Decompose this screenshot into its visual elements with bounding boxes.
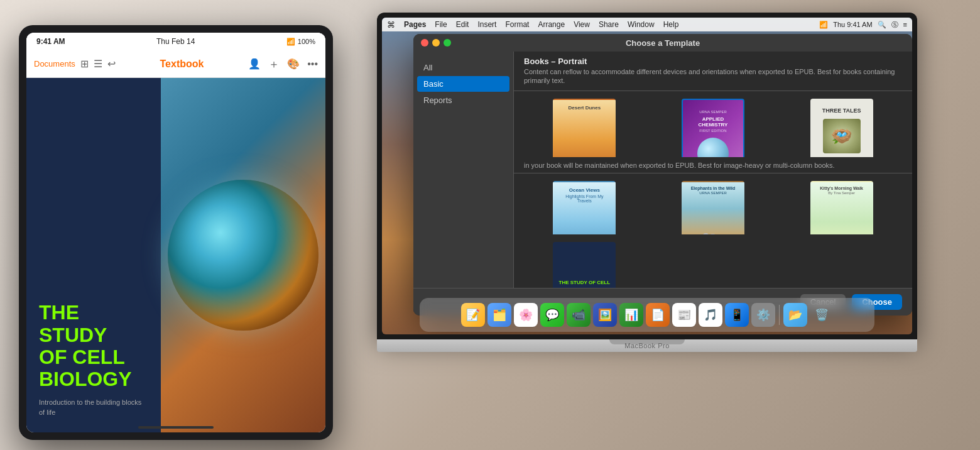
- wifi-icon: 📶: [819, 21, 828, 29]
- search-icon[interactable]: 🔍: [878, 21, 886, 29]
- template-thumb-ocean: Ocean Views Highlights From My Travels: [553, 181, 616, 234]
- template-thumb-story: Kitty's Morning Walk By Tina Semper 🌲: [810, 181, 873, 234]
- desert-title: Desert Dunes: [554, 105, 614, 111]
- ipad-page-title-line4: BIOLOGY: [39, 368, 148, 390]
- menubar-edit[interactable]: Edit: [456, 20, 469, 29]
- close-button[interactable]: [421, 39, 428, 47]
- template-story[interactable]: Kitty's Morning Walk By Tina Semper 🌲 St…: [781, 181, 902, 234]
- dock-photos[interactable]: 🌸: [514, 303, 538, 327]
- ipad-view-icon[interactable]: ⊞: [80, 58, 89, 70]
- template-report[interactable]: Elephants in the Wild URNA SEMPER 🐘 Repo…: [653, 181, 774, 234]
- landscape-desc: in your book will be maintained when exp…: [524, 161, 902, 170]
- dock-finder2[interactable]: 📂: [783, 303, 807, 327]
- tb-title: APPLIED CHEMISTRY: [688, 116, 738, 128]
- dialog-sidebar: All Basic Reports: [413, 52, 514, 288]
- ipad-home-indicator: [138, 426, 214, 429]
- ipad-more-icon[interactable]: •••: [307, 58, 318, 70]
- dock-messages[interactable]: 💬: [540, 303, 564, 327]
- tb-author: URNA SEMPER: [699, 110, 727, 114]
- dock-appstore[interactable]: 📱: [725, 303, 749, 327]
- menubar-share[interactable]: Share: [599, 20, 619, 29]
- macbook-label: MacBook Pro: [624, 342, 670, 349]
- ipad-page-title-line1: THE: [39, 302, 148, 324]
- cell-title: THE STUDY OF CELL: [559, 280, 611, 286]
- ipad-page-title-line3: OF CELL: [39, 346, 148, 368]
- ipad-time: 9:41 AM: [36, 37, 65, 46]
- ipad-page-subtitle: Introduction to the building blocks of l…: [39, 398, 148, 417]
- template-textbook[interactable]: URNA SEMPER APPLIED CHEMISTRY FIRST EDIT…: [653, 99, 774, 158]
- ipad-undo-icon[interactable]: ↩: [107, 58, 116, 70]
- ipad-doc-title: Textbook: [160, 58, 204, 70]
- dialog-body: All Basic Reports Books – Portrait Conte…: [413, 52, 912, 288]
- ipad-color-icon[interactable]: 🎨: [287, 58, 300, 70]
- template-basic-portrait[interactable]: Desert Dunes Basic: [524, 99, 645, 158]
- menubar-file[interactable]: File: [435, 20, 447, 29]
- novel-title: THREE TALES: [822, 107, 861, 114]
- portrait-desc: Content can reflow to accommodate differ…: [524, 67, 902, 85]
- ipad-add-icon[interactable]: ＋: [268, 57, 280, 72]
- ipad-status-icons: 📶 100%: [286, 38, 315, 46]
- traffic-lights: [421, 39, 451, 47]
- ipad-battery: 100%: [298, 38, 315, 45]
- story-author: By Tina Semper: [812, 191, 872, 195]
- template-section-landscape: in your book will be maintained when exp…: [514, 157, 912, 173]
- ipad-share-icon[interactable]: 👤: [248, 58, 261, 70]
- sidebar-cat-reports[interactable]: Reports: [413, 92, 513, 109]
- ipad: 9:41 AM Thu Feb 14 📶 100% Documents ⊞ ☰ …: [19, 25, 333, 440]
- story-title: Kitty's Morning Walk: [812, 186, 872, 190]
- landscape-grid: Ocean Views Highlights From My Travels B…: [514, 173, 912, 234]
- template-thumb-cell: THE STUDY OF CELL: [553, 242, 616, 288]
- menubar-time: Thu 9:41 AM: [833, 21, 872, 28]
- sidebar-cat-basic[interactable]: Basic: [417, 76, 509, 92]
- dock-trash[interactable]: 🗑️: [810, 303, 834, 327]
- menubar-view[interactable]: View: [574, 20, 590, 29]
- ipad-content: THE STUDY OF CELL BIOLOGY Introduction t…: [26, 78, 325, 432]
- ipad-toolbar-right: 👤 ＋ 🎨 •••: [248, 57, 318, 72]
- template-novel[interactable]: THREE TALES 🪺 Novel: [781, 99, 902, 158]
- ipad-screen: 9:41 AM Thu Feb 14 📶 100% Documents ⊞ ☰ …: [26, 33, 325, 432]
- mac-dock: 📝 🗂️ 🌸 💬 📹 🖼️ 📊 📄 📰 🎵 📱 ⚙️ 📂 🗑️: [420, 298, 874, 332]
- menubar-format[interactable]: Format: [505, 20, 529, 29]
- macbook-screen: ⌘ Pages File Edit Insert Format Arrange …: [382, 18, 912, 334]
- ocean-sub: Highlights From My Travels: [559, 194, 609, 203]
- ipad-list-icon[interactable]: ☰: [94, 58, 102, 70]
- menubar-window[interactable]: Window: [628, 20, 655, 29]
- ipad-statusbar: 9:41 AM Thu Feb 14 📶 100%: [26, 33, 325, 50]
- template-thumb-elephants: Elephants in the Wild URNA SEMPER 🐘: [682, 181, 744, 234]
- zoom-button[interactable]: [444, 39, 451, 47]
- mac-menubar: ⌘ Pages File Edit Insert Format Arrange …: [382, 18, 912, 31]
- menu-extras-icon[interactable]: ≡: [903, 21, 907, 28]
- ipad-date: Thu Feb 14: [156, 37, 195, 46]
- dock-settings[interactable]: ⚙️: [751, 303, 775, 327]
- dock-facetime[interactable]: 📹: [567, 303, 591, 327]
- macbook: ⌘ Pages File Edit Insert Format Arrange …: [377, 13, 917, 377]
- dock-notes[interactable]: 📝: [461, 303, 485, 327]
- dialog-title: Choose a Template: [626, 38, 700, 48]
- siri-icon[interactable]: Ⓢ: [891, 20, 898, 30]
- ipad-wifi-icon: 📶: [286, 38, 295, 46]
- menubar-insert[interactable]: Insert: [477, 20, 496, 29]
- macbook-bezel: ⌘ Pages File Edit Insert Format Arrange …: [377, 13, 917, 339]
- dock-news[interactable]: 📰: [672, 303, 696, 327]
- menubar-arrange[interactable]: Arrange: [538, 20, 565, 29]
- dock-pages[interactable]: 📄: [646, 303, 670, 327]
- ocean-title: Ocean Views: [559, 187, 609, 193]
- dock-keynote[interactable]: 🖼️: [593, 303, 617, 327]
- dock-finder[interactable]: 🗂️: [487, 303, 511, 327]
- sidebar-cat-all[interactable]: All: [413, 59, 513, 76]
- macbook-base: MacBook Pro: [377, 339, 917, 352]
- apple-icon: ⌘: [387, 20, 395, 30]
- portrait-title: Books – Portrait: [524, 57, 902, 66]
- menubar-pages[interactable]: Pages: [404, 20, 426, 29]
- ipad-documents-btn[interactable]: Documents: [34, 59, 75, 69]
- minimize-button[interactable]: [432, 39, 440, 47]
- ipad-page-title-line2: STUDY: [39, 324, 148, 346]
- template-basic-landscape[interactable]: Ocean Views Highlights From My Travels B…: [524, 181, 645, 234]
- dock-itunes[interactable]: 🎵: [699, 303, 722, 327]
- template-thumb-novel: THREE TALES 🪺: [810, 99, 873, 158]
- menubar-help[interactable]: Help: [663, 20, 679, 29]
- template-cell-textbook[interactable]: THE STUDY OF CELL Textbook: [524, 242, 645, 288]
- dialog-titlebar: Choose a Template: [413, 34, 912, 52]
- dock-numbers[interactable]: 📊: [619, 303, 643, 327]
- elephants-title: Elephants in the Wild: [683, 186, 743, 190]
